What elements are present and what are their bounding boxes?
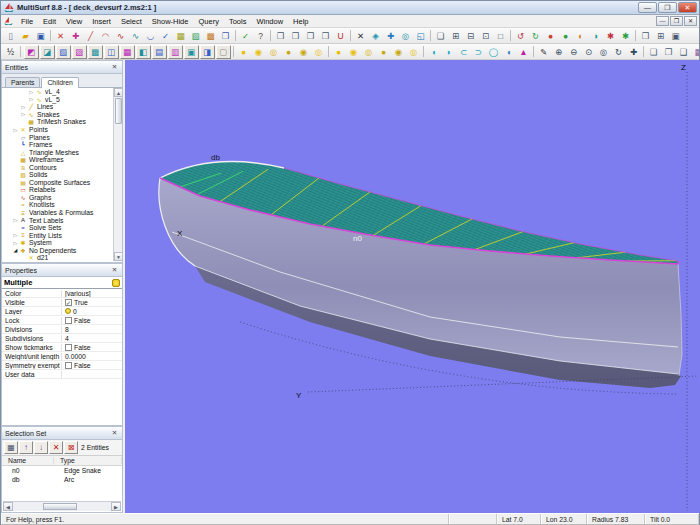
property-value[interactable]: 0.0000 — [62, 353, 122, 360]
tree-item-solve-sets[interactable]: =Solve Sets — [2, 224, 122, 232]
surf-tool-1-icon[interactable]: ◩ — [24, 45, 39, 59]
view-zoom-icon[interactable]: ◎ — [399, 29, 413, 43]
tree-item-graphs[interactable]: ∿Graphs — [2, 194, 122, 202]
view-body2-icon[interactable]: ◗ — [442, 45, 456, 59]
tab-parents[interactable]: Parents — [5, 77, 40, 87]
insert-surface-icon[interactable]: ▧ — [189, 29, 203, 43]
menu-help[interactable]: Help — [288, 15, 313, 28]
tree-item-system[interactable]: ▷✱System — [2, 239, 122, 247]
tree-item-entity-lists[interactable]: ▷≡Entity Lists — [2, 231, 122, 239]
tree-expander-icon[interactable]: ▷ — [12, 127, 19, 133]
arrange-icon[interactable]: ⊡ — [479, 29, 493, 43]
scroll-up-icon[interactable]: ▲ — [114, 88, 122, 97]
property-value[interactable]: 4 — [62, 335, 122, 342]
new-window-icon[interactable]: ❒ — [639, 29, 653, 43]
tree-item-frames[interactable]: ┗Frames — [2, 141, 122, 149]
tree-item-contours[interactable]: ≋Contours — [2, 163, 122, 171]
tree-item-variables-formulas[interactable]: ΞVariables & Formulas — [2, 209, 122, 217]
move-down-icon[interactable]: ↓ — [34, 441, 48, 454]
rotate-view-icon[interactable]: ↻ — [612, 45, 626, 59]
selection-close-icon[interactable]: ✕ — [110, 429, 119, 437]
checkbox-icon[interactable]: ✓ — [65, 299, 72, 306]
scroll-left-icon[interactable]: ◀ — [3, 502, 13, 511]
check-model-icon[interactable]: ✓ — [239, 29, 253, 43]
tree-expander-icon[interactable]: ▷ — [12, 232, 19, 238]
tree-item-lines[interactable]: ▷╱Lines — [2, 103, 122, 111]
orient-icon[interactable]: ◐ — [574, 29, 588, 43]
split-window-icon[interactable]: ⊞ — [654, 29, 668, 43]
zoom-in-icon[interactable]: ⊕ — [552, 45, 566, 59]
property-value[interactable]: False — [62, 317, 122, 324]
remove-icon[interactable]: ✕ — [49, 441, 63, 454]
tree-expander-icon[interactable]: ▷ — [12, 217, 19, 223]
tree-item-points[interactable]: ▷✕Points — [2, 126, 122, 134]
menu-view[interactable]: View — [61, 15, 87, 28]
tile-icon[interactable]: ⊞ — [449, 29, 463, 43]
tree-item-vl-5[interactable]: ▷∿vL_5 — [2, 96, 122, 104]
window-plan-icon[interactable]: ❒ — [304, 29, 318, 43]
tree-item-no-dependents[interactable]: ◢❖No Dependents — [2, 246, 122, 254]
surf-tool-5-icon[interactable]: ▩ — [88, 45, 103, 59]
tree-expander-icon[interactable]: ◢ — [12, 247, 19, 253]
show-parents-icon[interactable]: ● — [282, 45, 296, 59]
display-icon[interactable]: ❒ — [219, 29, 233, 43]
surf-tool-11-icon[interactable]: ▣ — [184, 45, 199, 59]
view-body-icon[interactable]: ◖ — [427, 45, 441, 59]
tile-horiz-icon[interactable]: ⊟ — [464, 29, 478, 43]
surf-tool-2-icon[interactable]: ◪ — [40, 45, 55, 59]
menu-edit[interactable]: Edit — [38, 15, 61, 28]
view-rotate-icon[interactable]: ◈ — [369, 29, 383, 43]
property-value[interactable]: 0 — [62, 308, 122, 315]
hide-others-icon[interactable]: ◉ — [347, 45, 361, 59]
insert-line-icon[interactable]: ╱ — [84, 29, 98, 43]
menu-show-hide[interactable]: Show-Hide — [147, 15, 194, 28]
menu-tools[interactable]: Tools — [224, 15, 252, 28]
view-plan-icon[interactable]: ⊂ — [457, 45, 471, 59]
surf-tool-8-icon[interactable]: ◧ — [136, 45, 151, 59]
maximize-button[interactable]: ❐ — [658, 2, 677, 13]
viewport-3d[interactable]: dbXn0YZ — [125, 60, 700, 513]
copy-entity-icon[interactable]: ❏ — [647, 45, 661, 59]
show-selected-icon[interactable]: ◉ — [252, 45, 266, 59]
insert-snake-icon[interactable]: ∿ — [129, 29, 143, 43]
undo-icon[interactable]: ↺ — [514, 29, 528, 43]
insert-ccurve-icon[interactable]: ✓ — [159, 29, 173, 43]
minimize-button[interactable]: — — [638, 2, 657, 13]
tree-item-planes[interactable]: ▱Planes — [2, 133, 122, 141]
sketch-icon[interactable]: ✎ — [537, 45, 551, 59]
redo-icon[interactable]: ↻ — [529, 29, 543, 43]
insert-arc-icon[interactable]: ◠ — [99, 29, 113, 43]
tree-item-d21[interactable]: ✕d21 — [2, 254, 122, 261]
window-profile-icon[interactable]: ❒ — [319, 29, 333, 43]
zoom-window-icon[interactable]: ⊙ — [582, 45, 596, 59]
selection-list-icon[interactable]: ▦ — [4, 441, 18, 454]
checkbox-icon[interactable] — [65, 362, 72, 369]
show-set-icon[interactable]: ● — [377, 45, 391, 59]
insert-point-icon[interactable]: ✚ — [69, 29, 83, 43]
paste-entity-icon[interactable]: ❑ — [677, 45, 691, 59]
open-file-icon[interactable]: ▰ — [19, 29, 33, 43]
close-window-icon[interactable]: ▣ — [669, 29, 683, 43]
property-value[interactable]: False — [62, 344, 122, 351]
invert-visible-icon[interactable]: ◎ — [407, 45, 421, 59]
show-all-icon[interactable]: ● — [237, 45, 251, 59]
query-icon[interactable]: ? — [254, 29, 268, 43]
tree-item-knotlists[interactable]: ≈Knotlists — [2, 201, 122, 209]
surf-tool-7-icon[interactable]: ▦ — [120, 45, 135, 59]
mdi-minimize-button[interactable]: — — [656, 16, 669, 26]
view-fit-icon[interactable]: ◱ — [414, 29, 428, 43]
property-value[interactable]: ✓True — [62, 299, 122, 306]
column-type[interactable]: Type — [54, 457, 122, 464]
scroll-thumb[interactable] — [115, 98, 122, 124]
tree-item-wireframes[interactable]: ▦Wireframes — [2, 156, 122, 164]
insert-mesh-icon[interactable]: ▦ — [174, 29, 188, 43]
insert-bcurve-icon[interactable]: ◡ — [144, 29, 158, 43]
surf-tool-12-icon[interactable]: ◨ — [200, 45, 215, 59]
entities-close-icon[interactable]: ✕ — [110, 63, 119, 71]
zoom-out-icon[interactable]: ⊖ — [567, 45, 581, 59]
view-pan-icon[interactable]: ✚ — [384, 29, 398, 43]
mark-red-icon[interactable]: ● — [544, 29, 558, 43]
menu-file[interactable]: File — [16, 15, 38, 28]
insert-solid-icon[interactable]: ▩ — [204, 29, 218, 43]
checkbox-icon[interactable] — [65, 344, 72, 351]
